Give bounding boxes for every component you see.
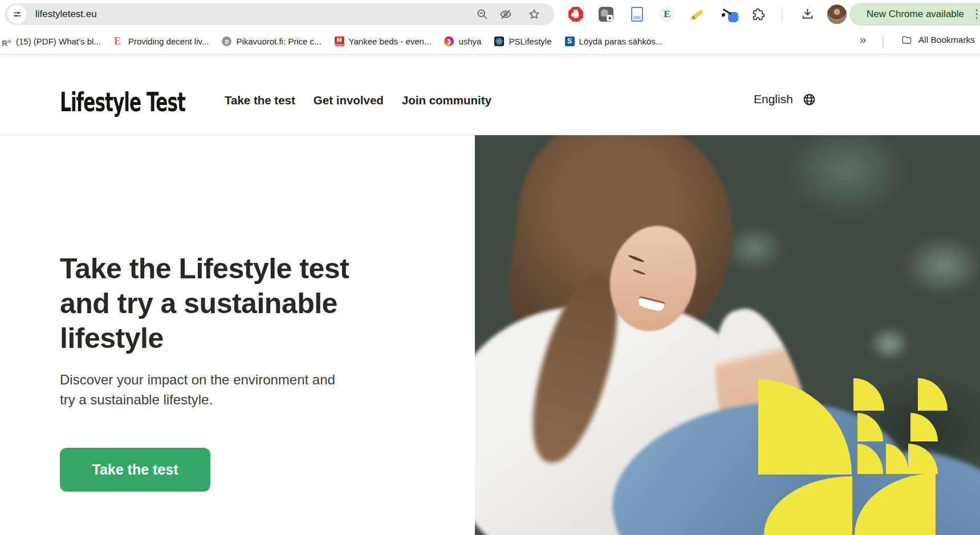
url-text[interactable]: lifestyletest.eu bbox=[35, 3, 97, 25]
content-shadow bbox=[0, 54, 980, 58]
all-bookmarks-button[interactable]: All Bookmarks bbox=[901, 34, 975, 46]
bookmark-pslifestyle[interactable]: PSLifestyle bbox=[494, 37, 551, 46]
take-the-test-button[interactable]: Take the test bbox=[60, 448, 210, 492]
masku-icon: MMASKU bbox=[335, 37, 344, 46]
bookmark-sahko[interactable]: S Löydä paras sähkös... bbox=[565, 37, 663, 46]
extension-icon[interactable] bbox=[599, 7, 613, 22]
adblock-icon[interactable] bbox=[568, 7, 583, 22]
highlighter-extension-icon[interactable] bbox=[689, 7, 705, 22]
ushya-icon: ❯ bbox=[444, 37, 454, 46]
hero-description: Discover your impact on the environment … bbox=[60, 370, 348, 410]
site-nav: Take the test Get involved Join communit… bbox=[225, 94, 491, 107]
document-extension-icon[interactable] bbox=[631, 7, 643, 22]
bookmarks-bar: RG (15) (PDF) What’s bl... E Providing d… bbox=[0, 29, 980, 54]
site-logo[interactable]: Lifestyle Test bbox=[60, 87, 185, 117]
bookmarks-list: RG (15) (PDF) What’s bl... E Providing d… bbox=[2, 29, 662, 54]
etsy-icon: E bbox=[114, 37, 124, 46]
site-settings-icon[interactable] bbox=[8, 5, 26, 23]
folder-icon bbox=[901, 34, 913, 46]
eye-hidden-icon[interactable] bbox=[499, 8, 512, 21]
pikavuorot-icon: p bbox=[222, 37, 231, 46]
chrome-update-label: New Chrome available bbox=[867, 3, 964, 26]
dropper-bulb bbox=[722, 13, 726, 17]
hand-glyph bbox=[573, 11, 579, 18]
address-bar[interactable]: lifestyletest.eu bbox=[5, 3, 555, 25]
extensions-puzzle-icon[interactable] bbox=[751, 7, 766, 22]
bookmark-researchgate[interactable]: RG (15) (PDF) What’s bl... bbox=[2, 37, 101, 46]
nav-take-the-test[interactable]: Take the test bbox=[225, 94, 295, 107]
bookmarks-separator bbox=[883, 35, 884, 48]
nav-join-community[interactable]: Join community bbox=[402, 94, 491, 107]
chrome-update-chip[interactable]: New Chrome available bbox=[849, 3, 980, 26]
language-label: English bbox=[754, 92, 793, 106]
browser-window: lifestyletest.eu bbox=[0, 0, 980, 535]
profile-avatar[interactable] bbox=[827, 5, 847, 24]
browser-menu-icon[interactable]: ⋮ bbox=[971, 5, 980, 22]
downloads-icon[interactable] bbox=[800, 7, 815, 21]
zoom-out-icon[interactable] bbox=[476, 8, 489, 21]
play-badge bbox=[607, 15, 613, 21]
researchgate-icon: RG bbox=[2, 37, 11, 46]
hero-photo bbox=[475, 135, 980, 535]
react-atom-icon bbox=[494, 37, 504, 46]
bookmarks-overflow-chevron[interactable]: » bbox=[860, 33, 866, 46]
all-bookmarks-label: All Bookmarks bbox=[918, 35, 975, 45]
bookmark-etsy[interactable]: E Providing decent liv... bbox=[114, 37, 209, 46]
nav-get-involved[interactable]: Get involved bbox=[314, 94, 384, 107]
site-header-border bbox=[0, 135, 475, 135]
s-site-icon: S bbox=[565, 37, 575, 46]
hero-heading: Take the Lifestyle test and try a sustai… bbox=[60, 252, 385, 356]
colorpicker-extension-icon[interactable] bbox=[722, 7, 739, 22]
bookmark-star-icon[interactable] bbox=[528, 8, 540, 21]
bookmark-ushya[interactable]: ❯ ushya bbox=[444, 37, 481, 46]
globe-icon bbox=[803, 93, 816, 106]
browser-toolbar: lifestyletest.eu bbox=[0, 0, 980, 29]
toolbar-separator bbox=[782, 7, 783, 22]
bookmark-masku[interactable]: MMASKU Yankee beds - even... bbox=[335, 37, 432, 46]
language-selector[interactable]: English bbox=[754, 92, 816, 106]
e-extension-icon[interactable]: E bbox=[660, 7, 674, 22]
bookmark-pikavuorot[interactable]: p Pikavuorot.fi: Price c... bbox=[222, 37, 321, 46]
